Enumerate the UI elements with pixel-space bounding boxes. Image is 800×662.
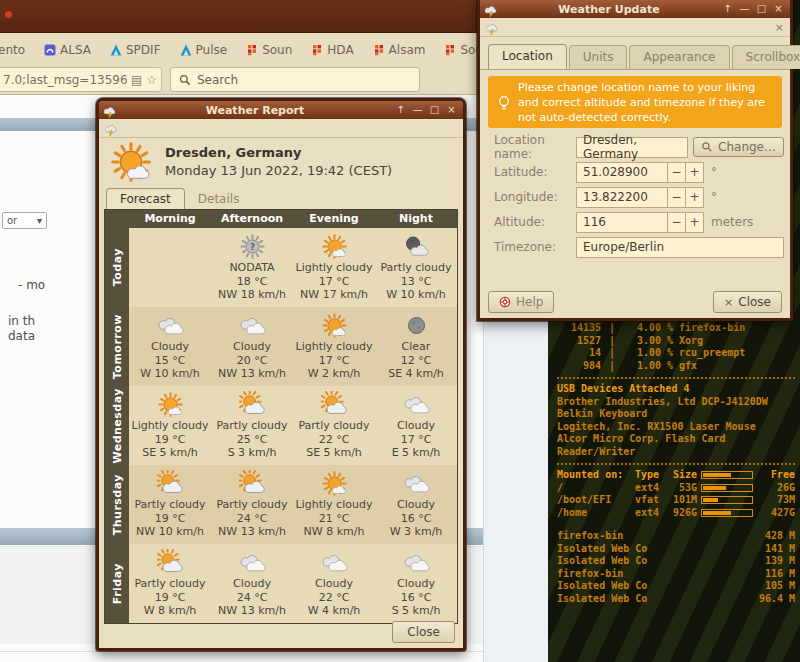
grid-bookmark-icon (373, 44, 385, 56)
altitude-decrement-button[interactable]: − (668, 212, 686, 233)
lifering-icon (499, 296, 511, 308)
wind-text: S 5 km/h (392, 604, 441, 618)
longitude-decrement-button[interactable]: − (668, 187, 686, 208)
notice-text: Please change location name to your liki… (518, 80, 774, 125)
maximize-button[interactable]: □ (755, 4, 768, 14)
terminal-process-name: Xorg (679, 335, 703, 348)
memory-process-name: Isolated Web Co (557, 543, 765, 556)
temperature-text: 17 °C (319, 354, 350, 368)
temperature-text: 24 °C (237, 512, 268, 526)
close-button[interactable]: × (772, 4, 785, 14)
bookmark-item[interactable]: Alsam (373, 43, 426, 57)
temperature-text: 17 °C (319, 275, 350, 289)
location-name-field[interactable]: Dresden, Germany (576, 137, 688, 158)
minimize-button[interactable]: — (411, 105, 424, 115)
stick-button[interactable]: ↑ (394, 105, 407, 115)
grid-bookmark-icon (246, 44, 258, 56)
terminal-separator: | (607, 360, 617, 373)
forecast-cell: Lightly cloudy17 °CW 2 km/h (293, 307, 375, 386)
report-icon-strip (99, 119, 463, 138)
forecast-day-cell: Wednesday (105, 386, 129, 465)
stick-button[interactable]: ↑ (721, 4, 734, 14)
temperature-text: 19 °C (155, 591, 186, 605)
mount-size: Size (663, 469, 697, 482)
reader-mode-icon[interactable]: ▤ (131, 73, 142, 87)
forecast-column-header: Evening (293, 210, 375, 228)
bookmark-star-icon[interactable]: ☆ (146, 73, 157, 87)
wind-text: SE 5 km/h (306, 446, 362, 460)
mount-size: 926G (663, 507, 697, 520)
bookmark-item[interactable]: Soun (246, 43, 292, 57)
timezone-field[interactable]: Europe/Berlin (576, 237, 784, 258)
tab-scrollbox[interactable]: Scrollbox (732, 45, 800, 69)
wind-text: W 10 km/h (386, 288, 446, 302)
wind-text: NW 10 km/h (136, 525, 204, 539)
change-label: Change… (718, 140, 776, 154)
terminal-memory-row: Isolated Web Co96.4 M (557, 593, 795, 606)
tab-units[interactable]: Units (569, 45, 628, 69)
bookmark-item[interactable]: SPDIF (110, 43, 161, 57)
tab-forecast[interactable]: Forecast (106, 188, 185, 210)
lightly-cloudy-icon (321, 470, 348, 497)
partly-cloudy-icon (239, 470, 266, 497)
terminal-mounts-header: Mounted on:TypeSizeFree (557, 469, 795, 482)
altitude-field[interactable]: 116 (576, 212, 668, 233)
terminal-usb-device: Logitech, Inc. RX1500 Laser Mouse (557, 421, 795, 434)
report-datetime: Monday 13 Jun 2022, 19:42 (CEST) (165, 163, 392, 178)
page-text: - mo (18, 278, 45, 292)
close-button[interactable]: × (445, 105, 458, 115)
page-select[interactable]: or ▾ (2, 212, 47, 229)
browser-tab-bar[interactable] (0, 0, 548, 33)
weather-update-titlebar[interactable]: Weather Update ↑ — □ × (480, 0, 790, 18)
bookmark-item[interactable]: Pulse (180, 43, 228, 57)
url-row: 7.0;last_msg=1359657#p ▤ ☆ Search (0, 66, 548, 94)
maximize-button[interactable]: □ (428, 105, 441, 115)
dismiss-icon[interactable]: × (775, 22, 784, 33)
latitude-decrement-button[interactable]: − (668, 162, 686, 183)
url-text: 7.0;last_msg=1359657#p (3, 73, 127, 87)
bookmark-label: Soun (262, 43, 292, 57)
cloudy-icon (239, 549, 266, 576)
bookmark-item[interactable]: ALSA (44, 43, 91, 57)
update-close-button[interactable]: × Close (713, 291, 782, 313)
report-close-button[interactable]: Close (392, 621, 455, 643)
latitude-field[interactable]: 51.028900 (576, 162, 668, 183)
longitude-field[interactable]: 13.822200 (576, 187, 668, 208)
search-input[interactable]: Search (170, 67, 420, 92)
timezone-label: Timezone: (494, 240, 576, 254)
arch-bookmark-icon (110, 44, 122, 56)
mount-usage-fill (703, 498, 718, 502)
temperature-text: 19 °C (155, 433, 186, 447)
tab-details[interactable]: Details (185, 189, 253, 210)
altitude-increment-button[interactable]: + (686, 212, 704, 233)
url-bar[interactable]: 7.0;last_msg=1359657#p ▤ ☆ (0, 67, 162, 92)
condition-text: Lightly cloudy (296, 340, 373, 354)
wind-text: SE 4 km/h (388, 367, 444, 381)
terminal-separator: | (607, 347, 617, 360)
cloudy-icon (403, 470, 430, 497)
terminal-process-name: gfx (679, 360, 697, 373)
mount-name: /boot/EFI (557, 494, 627, 507)
forecast-cell: Partly cloudy22 °CSE 5 km/h (293, 386, 375, 465)
change-location-button[interactable]: Change… (693, 137, 784, 157)
terminal-memory-row: firefox-bin428 M (557, 530, 795, 543)
minimize-button[interactable]: — (738, 4, 751, 14)
tab-location[interactable]: Location (488, 44, 567, 69)
report-tabs: Forecast Details (106, 188, 252, 210)
bookmark-item[interactable]: HDA (311, 43, 353, 57)
bookmark-item[interactable]: ento (0, 43, 25, 57)
weather-report-titlebar[interactable]: Weather Report ↑ — □ × (99, 101, 463, 119)
storm-cloud-icon (104, 104, 116, 116)
forecast-day-label: Friday (111, 563, 124, 604)
report-location: Dresden, Germany (165, 145, 302, 160)
storm-cloud-icon (105, 122, 117, 134)
latitude-increment-button[interactable]: + (686, 162, 704, 183)
help-button[interactable]: Help (488, 291, 554, 313)
notice-banner: Please change location name to your liki… (488, 76, 782, 128)
update-icon-strip: × (480, 18, 790, 37)
window-title: Weather Report (120, 104, 390, 117)
condition-text: Partly cloudy (216, 419, 287, 433)
longitude-increment-button[interactable]: + (686, 187, 704, 208)
tab-appearance[interactable]: Appearance (629, 45, 729, 69)
wind-text: NW 13 km/h (218, 604, 286, 618)
